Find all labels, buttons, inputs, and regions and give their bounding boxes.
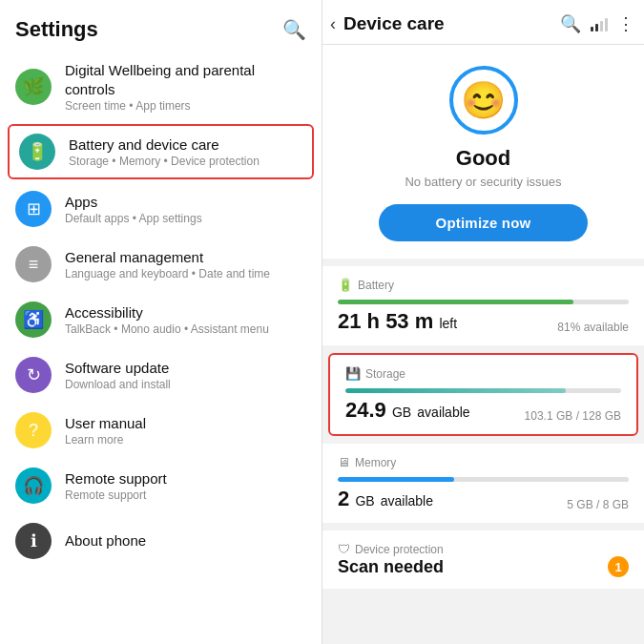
device-care-header: ‹ Device care 🔍 ⋮ [322, 0, 644, 45]
settings-item-sub-digital-wellbeing: Screen time • App timers [65, 99, 306, 113]
search-icon-right[interactable]: 🔍 [560, 13, 581, 34]
header-icons: 🔍 ⋮ [560, 13, 634, 34]
protection-row: Scan needed 1 [338, 556, 629, 577]
settings-item-icon-remote-support: 🎧 [15, 467, 52, 504]
storage-label: 💾 Storage [345, 366, 621, 381]
settings-item-text-battery-care: Battery and device care Storage • Memory… [69, 135, 302, 169]
settings-item-general-management[interactable]: ≡ General management Language and keyboa… [0, 237, 322, 292]
settings-item-text-software-update: Software update Download and install [65, 359, 306, 392]
settings-item-battery-care[interactable]: 🔋 Battery and device care Storage • Memo… [8, 124, 314, 179]
settings-item-sub-battery-care: Storage • Memory • Device protection [69, 155, 302, 168]
protection-title: Scan needed [338, 557, 444, 577]
settings-item-name-about-phone: About phone [65, 531, 306, 551]
protection-icon: 🛡 [338, 542, 350, 556]
settings-item-sub-software-update: Download and install [65, 378, 306, 391]
storage-bar-container [345, 388, 621, 393]
search-icon[interactable]: 🔍 [282, 18, 306, 41]
memory-right-text: 5 GB / 8 GB [567, 498, 629, 511]
battery-value: 21 h 53 m left [338, 309, 457, 334]
memory-main: 2 GB available 5 GB / 8 GB [338, 487, 629, 511]
signal-bar-2 [595, 24, 598, 31]
storage-main: 24.9 GB available 103.1 GB / 128 GB [345, 398, 621, 423]
settings-item-software-update[interactable]: ↻ Software update Download and install [0, 347, 322, 403]
storage-icon: 💾 [345, 366, 361, 381]
settings-item-name-apps: Apps [65, 193, 306, 212]
settings-item-name-remote-support: Remote support [65, 469, 306, 488]
battery-bar-container [338, 300, 629, 304]
memory-card: 🖥 Memory 2 GB available 5 GB / 8 GB [322, 444, 644, 523]
settings-list: 🌿 Digital Wellbeing and parental control… [0, 52, 322, 644]
memory-bar [338, 477, 454, 482]
battery-bar [338, 300, 573, 304]
settings-header: Settings 🔍 [0, 0, 322, 52]
settings-item-text-general-management: General management Language and keyboard… [65, 248, 306, 281]
settings-item-text-about-phone: About phone [65, 531, 306, 551]
storage-card: 💾 Storage 24.9 GB available 103.1 GB / 1… [328, 353, 638, 436]
settings-item-sub-accessibility: TalkBack • Mono audio • Assistant menu [65, 322, 306, 336]
settings-item-name-general-management: General management [65, 248, 306, 267]
more-options-icon[interactable]: ⋮ [617, 13, 634, 34]
protection-label: 🛡 Device protection [338, 542, 629, 556]
storage-bar [345, 388, 566, 393]
battery-stat: 🔋 Battery 21 h 53 m left 81% available [338, 278, 629, 334]
settings-item-icon-apps: ⊞ [15, 191, 52, 227]
device-care-panel: ‹ Device care 🔍 ⋮ 😊 Good No battery or s… [322, 0, 644, 644]
signal-bar-3 [600, 21, 603, 31]
device-care-title: Device care [343, 13, 560, 34]
settings-item-text-accessibility: Accessibility TalkBack • Mono audio • As… [65, 303, 306, 337]
settings-item-text-apps: Apps Default apps • App settings [65, 193, 306, 226]
status-emoji: 😊 [461, 82, 506, 118]
settings-item-name-user-manual: User manual [65, 414, 306, 433]
signal-bar-1 [591, 27, 593, 31]
settings-title: Settings [15, 17, 98, 42]
settings-item-text-digital-wellbeing: Digital Wellbeing and parental controls … [65, 61, 306, 113]
settings-item-text-user-manual: User manual Learn more [65, 414, 306, 447]
battery-card: 🔋 Battery 21 h 53 m left 81% available [322, 266, 644, 345]
settings-item-name-software-update: Software update [65, 359, 306, 378]
memory-icon: 🖥 [338, 455, 350, 469]
memory-value: 2 GB available [338, 487, 433, 511]
signal-bar-4 [605, 18, 608, 31]
signal-bars-icon [591, 16, 608, 31]
status-icon-circle: 😊 [449, 66, 518, 135]
storage-value: 24.9 GB available [345, 398, 470, 423]
settings-item-name-digital-wellbeing: Digital Wellbeing and parental controls [65, 61, 306, 98]
memory-bar-container [338, 477, 629, 482]
status-subtitle: No battery or security issues [405, 175, 561, 189]
protection-card: 🛡 Device protection Scan needed 1 [322, 530, 644, 589]
settings-item-icon-software-update: ↻ [15, 357, 52, 393]
storage-right-text: 103.1 GB / 128 GB [525, 409, 621, 423]
battery-right-text: 81% available [557, 321, 629, 334]
settings-item-accessibility[interactable]: ♿ Accessibility TalkBack • Mono audio • … [0, 292, 322, 347]
battery-label: 🔋 Battery [338, 278, 629, 292]
settings-item-icon-about-phone: ℹ [15, 523, 52, 559]
settings-panel: Settings 🔍 🌿 Digital Wellbeing and paren… [0, 0, 322, 644]
settings-item-name-battery-care: Battery and device care [69, 135, 302, 155]
settings-item-name-accessibility: Accessibility [65, 303, 306, 322]
status-title: Good [456, 146, 510, 171]
memory-stat: 🖥 Memory 2 GB available 5 GB / 8 GB [338, 455, 629, 511]
status-card: 😊 Good No battery or security issues Opt… [322, 45, 644, 259]
settings-item-user-manual[interactable]: ? User manual Learn more [0, 403, 322, 458]
settings-item-remote-support[interactable]: 🎧 Remote support Remote support [0, 458, 322, 513]
settings-item-apps[interactable]: ⊞ Apps Default apps • App settings [0, 181, 322, 237]
settings-item-icon-general-management: ≡ [15, 246, 52, 282]
settings-item-icon-battery-care: 🔋 [19, 134, 55, 170]
settings-item-sub-remote-support: Remote support [65, 488, 306, 502]
back-icon[interactable]: ‹ [330, 14, 336, 34]
device-care-content: 😊 Good No battery or security issues Opt… [322, 45, 644, 644]
protection-badge: 1 [608, 556, 629, 577]
battery-icon: 🔋 [338, 278, 353, 292]
storage-stat: 💾 Storage 24.9 GB available 103.1 GB / 1… [345, 366, 621, 423]
settings-item-about-phone[interactable]: ℹ About phone [0, 513, 322, 569]
settings-item-digital-wellbeing[interactable]: 🌿 Digital Wellbeing and parental control… [0, 52, 322, 122]
optimize-button[interactable]: Optimize now [379, 204, 589, 241]
memory-label: 🖥 Memory [338, 455, 629, 469]
settings-item-sub-apps: Default apps • App settings [65, 212, 306, 225]
settings-item-sub-general-management: Language and keyboard • Date and time [65, 267, 306, 280]
settings-item-icon-accessibility: ♿ [15, 301, 52, 338]
battery-main: 21 h 53 m left 81% available [338, 309, 629, 334]
settings-item-icon-digital-wellbeing: 🌿 [15, 69, 52, 105]
settings-item-icon-user-manual: ? [15, 412, 52, 448]
settings-item-text-remote-support: Remote support Remote support [65, 469, 306, 503]
